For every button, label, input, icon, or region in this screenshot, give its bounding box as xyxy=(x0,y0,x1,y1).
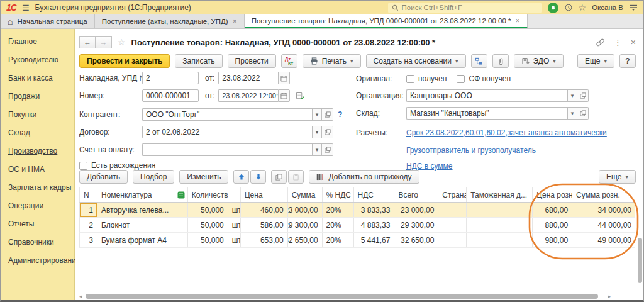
vertical-scroll-thumb[interactable] xyxy=(638,238,642,283)
col-vat-percent[interactable]: % НДС xyxy=(323,187,354,202)
cell-total[interactable]: 29 300,00 xyxy=(394,218,438,232)
col-sum[interactable]: Сумма xyxy=(288,187,323,202)
payment-invoice-input[interactable] xyxy=(142,143,312,156)
print-button[interactable]: Печать ▾ xyxy=(303,54,361,68)
tab-home[interactable]: ⌂ Начальная страница xyxy=(1,14,95,28)
cell-accounts[interactable] xyxy=(175,218,188,232)
calendar-icon[interactable] xyxy=(278,72,290,84)
sidebar-item-sales[interactable]: Продажи xyxy=(8,92,74,101)
edo-button[interactable]: ЭДО ▾ xyxy=(514,54,564,68)
sidebar-item-salary-hr[interactable]: Зарплата и кадры xyxy=(8,183,74,192)
calendar-icon[interactable] xyxy=(278,89,290,102)
col-nomenclature[interactable]: Номенклатура xyxy=(97,187,175,202)
cell-vat[interactable]: 4 883,33 xyxy=(354,218,395,232)
contract-input[interactable]: 2 от 02.08.2022 xyxy=(142,126,312,138)
cell-vat[interactable]: 3 833,33 xyxy=(354,203,395,217)
back-button[interactable]: ← xyxy=(79,36,96,48)
cell-n[interactable]: 3 xyxy=(80,233,97,247)
add-row-button[interactable]: Добавить xyxy=(79,170,128,184)
col-unit[interactable] xyxy=(228,187,241,202)
tab-close-icon[interactable]: × xyxy=(515,16,519,25)
cell-retail-sum[interactable]: 49 000,00 xyxy=(572,233,635,247)
col-country[interactable]: Страна ... xyxy=(438,187,467,202)
open-item-icon[interactable] xyxy=(577,89,589,102)
help-button[interactable]: ? xyxy=(619,54,636,68)
add-by-barcode-button[interactable]: Добавить по штрихкоду xyxy=(309,170,419,184)
number-input[interactable]: 0000-000001 xyxy=(142,89,199,102)
related-documents-button[interactable] xyxy=(471,54,487,68)
open-item-icon[interactable] xyxy=(322,143,333,156)
contractor-help-icon[interactable]: ? xyxy=(338,110,342,119)
cell-vat[interactable]: 5 441,67 xyxy=(354,233,395,247)
sidebar-item-os-nma[interactable]: ОС и НМА xyxy=(8,165,74,174)
history-icon[interactable] xyxy=(564,3,573,12)
sidebar-item-production[interactable]: Производство xyxy=(8,147,74,155)
shipper-consignee-link[interactable]: Грузоотправитель и грузополучатель xyxy=(406,146,536,155)
cell-quantity[interactable]: 50,000 xyxy=(188,203,228,217)
open-item-icon[interactable] xyxy=(322,126,333,138)
edit-button[interactable]: Изменить xyxy=(179,170,228,184)
cell-vat-percent[interactable]: 20% xyxy=(323,218,354,232)
set-current-date-icon[interactable] xyxy=(296,92,304,100)
chevron-down-icon[interactable]: ▾ xyxy=(312,126,322,138)
link-icon[interactable] xyxy=(596,38,605,47)
sidebar-item-purchases[interactable]: Покупки xyxy=(8,110,74,119)
waybill-date-input[interactable]: 23.08.2022 xyxy=(218,72,278,84)
settlements-account2-link[interactable]: 60.02 xyxy=(486,128,505,137)
settlements-advance-link[interactable]: зачет аванса автоматически xyxy=(508,128,607,137)
favorites-star-icon[interactable]: ☆ xyxy=(579,3,587,13)
global-search-input[interactable]: Поиск Ctrl+Shift+F xyxy=(388,3,542,13)
vat-in-sum-link[interactable]: НДС в сумме xyxy=(406,162,453,171)
horizontal-scrollbar[interactable]: ◂ ▸ xyxy=(79,293,611,299)
cell-retail-sum[interactable]: 44 000,00 xyxy=(572,218,635,232)
col-accounts[interactable] xyxy=(175,187,188,202)
cell-accounts[interactable] xyxy=(175,203,188,217)
open-item-icon[interactable] xyxy=(322,108,333,121)
cell-quantity[interactable]: 50,000 xyxy=(188,233,228,247)
sidebar-item-bank-cash[interactable]: Банк и касса xyxy=(8,74,74,82)
waybill-number-input[interactable]: 2 xyxy=(142,72,199,84)
cell-nomenclature[interactable]: Авторучка гелева... xyxy=(97,203,175,217)
favorite-star-icon[interactable]: ☆ xyxy=(118,37,126,47)
contractor-input[interactable]: ООО "ОптТорг" xyxy=(142,108,312,121)
scroll-right-icon[interactable]: ▸ xyxy=(608,293,611,299)
cell-unit[interactable]: шт xyxy=(228,203,241,217)
col-customs[interactable]: Таможенная д... xyxy=(467,187,533,202)
col-total[interactable]: Всего xyxy=(394,187,438,202)
col-vat[interactable]: НДС xyxy=(354,187,395,202)
sidebar-item-directories[interactable]: Справочники xyxy=(8,238,74,247)
more-dots-icon[interactable]: ⋮ xyxy=(614,38,622,47)
tab-receipt-document[interactable]: Поступление товаров: Накладная, УПД 0000… xyxy=(245,14,528,28)
chevron-down-icon[interactable]: ▾ xyxy=(312,108,322,121)
cell-n[interactable]: 1 xyxy=(80,203,97,217)
cell-customs[interactable] xyxy=(467,218,533,232)
sidebar-item-operations[interactable]: Операции xyxy=(8,201,74,210)
create-on-base-button[interactable]: Создать на основании ▾ xyxy=(366,54,466,68)
cell-vat-percent[interactable]: 20% xyxy=(323,203,354,217)
cell-nomenclature[interactable]: Блокнот xyxy=(97,218,175,232)
col-retail-price[interactable]: Цена розн. xyxy=(533,187,572,202)
current-user[interactable]: Оксана В xyxy=(592,4,623,11)
sidebar-item-reports[interactable]: Отчеты xyxy=(8,220,74,228)
chevron-down-icon[interactable]: ▾ xyxy=(312,143,322,156)
cell-accounts[interactable] xyxy=(175,233,188,247)
cell-nomenclature[interactable]: Бумага формат А4 xyxy=(97,233,175,247)
table-row[interactable]: 1 Авторучка гелева... 50,000 шт 460,00 2… xyxy=(79,203,635,218)
move-up-button[interactable] xyxy=(233,170,249,184)
write-button[interactable]: Записать xyxy=(175,54,222,68)
col-price[interactable]: Цена xyxy=(241,187,288,202)
sidebar-item-manager[interactable]: Руководителю xyxy=(8,55,74,64)
cell-price[interactable]: 460,00 xyxy=(241,203,288,217)
cell-country[interactable] xyxy=(438,233,467,247)
copy-rows-button[interactable] xyxy=(271,170,287,184)
cell-retail-price[interactable]: 880,00 xyxy=(533,218,572,232)
attachments-button[interactable] xyxy=(492,54,509,68)
cell-sum[interactable]: 23 000,00 xyxy=(288,203,323,217)
move-down-button[interactable] xyxy=(250,170,266,184)
cell-price[interactable]: 653,00 xyxy=(241,233,288,247)
cell-vat-percent[interactable]: 20% xyxy=(323,233,354,247)
cell-unit[interactable]: шт xyxy=(228,218,241,232)
main-menu-icon[interactable]: ☰ xyxy=(22,3,30,13)
cell-total[interactable]: 23 000,00 xyxy=(394,203,438,217)
col-retail-sum[interactable]: Сумма розн. xyxy=(572,187,635,202)
